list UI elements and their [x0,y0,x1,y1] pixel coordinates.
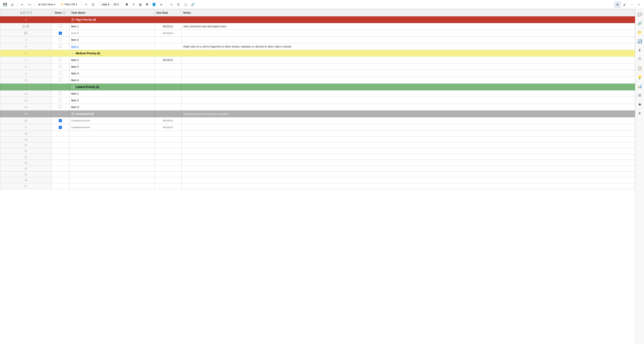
notes-cell[interactable] [182,117,635,124]
done-cell[interactable] [51,57,69,64]
collapse-icon[interactable]: − [71,52,74,55]
checkbox[interactable] [59,72,62,75]
empty-cell[interactable] [69,160,154,166]
empty-cell[interactable] [154,160,182,166]
empty-cell[interactable] [154,142,182,148]
date-cell[interactable] [154,36,182,43]
checkbox[interactable] [59,78,62,82]
empty-cell[interactable] [154,131,182,136]
date-cell[interactable]: 06/20/21 [154,30,182,36]
empty-cell[interactable] [182,172,635,178]
empty-cell[interactable] [51,183,69,189]
task-cell[interactable]: Item 3 [69,104,154,110]
sidebar-copy-icon[interactable]: 📋 [636,64,643,72]
notes-cell[interactable] [182,64,635,70]
sidebar-arrow-icon[interactable]: ➤ [636,110,643,116]
date-cell[interactable] [154,90,182,97]
task-cell[interactable]: Item 2 [69,64,154,70]
checkbox[interactable] [59,92,62,95]
align-left-icon[interactable]: ≡ [83,1,89,8]
empty-cell[interactable] [69,172,154,178]
empty-cell[interactable] [69,142,154,148]
empty-cell[interactable] [51,142,69,148]
done-cell[interactable] [51,77,69,84]
checkbox[interactable] [59,58,62,61]
notes-cell[interactable] [182,77,635,84]
checkbox[interactable]: ✓ [59,119,62,122]
empty-cell[interactable] [51,172,69,178]
task-cell[interactable]: Item 4 [69,77,154,84]
checkbox[interactable] [59,98,62,102]
empty-cell[interactable] [51,154,69,160]
task-cell[interactable]: Completed item [69,117,154,124]
save-icon[interactable]: 💾 [2,1,8,8]
date-cell[interactable] [154,64,182,70]
empty-cell[interactable] [69,148,154,154]
task-cell[interactable]: Item 2 [69,97,154,104]
empty-cell[interactable] [154,172,182,178]
bold-button[interactable]: B [124,2,130,8]
text-color-icon[interactable]: A [158,1,164,8]
text-align-icon[interactable]: ≡ [168,1,174,8]
task-cell[interactable]: Item 1 [69,90,154,97]
empty-cell[interactable] [182,154,635,160]
done-cell[interactable] [51,70,69,77]
done-cell[interactable] [51,90,69,97]
link-icon[interactable]: 🔗 [190,1,196,8]
empty-cell[interactable] [69,136,154,142]
sidebar-diamond-icon[interactable]: ◆ [636,100,643,108]
checkbox[interactable] [59,24,62,28]
redo-icon[interactable]: ↪ [26,1,32,8]
checkbox[interactable] [59,45,62,48]
empty-cell[interactable] [69,154,154,160]
empty-cell[interactable] [182,131,635,136]
align-center-icon[interactable]: ☰ [90,1,96,8]
sidebar-grid-icon[interactable]: ⊞ [636,92,643,99]
done-cell[interactable] [51,104,69,110]
checkbox[interactable]: ✓ [59,32,62,35]
notes-cell[interactable] [182,124,635,131]
task-cell[interactable]: Item 3 [69,36,154,43]
task-link[interactable]: Item 4 [71,45,79,48]
grid-view-button[interactable]: ⊞ Grid View ▾ [36,2,58,7]
date-cell[interactable] [154,77,182,84]
date-cell[interactable]: 06/19/21 [154,124,182,131]
notes-cell[interactable] [182,104,635,110]
notes-cell[interactable] [182,97,635,104]
paint-icon[interactable]: 🖌 [622,1,628,8]
empty-cell[interactable] [69,131,154,136]
empty-cell[interactable] [51,136,69,142]
notes-cell[interactable] [182,70,635,77]
date-cell[interactable]: 06/23/21 [154,23,182,30]
empty-cell[interactable] [51,131,69,136]
sidebar-refresh-icon[interactable]: 🔄 [636,38,643,45]
undo-icon[interactable]: ↩ [19,1,25,8]
empty-cell[interactable] [154,166,182,172]
table-view-icon[interactable]: ⊞ [614,1,621,8]
info-header-icon[interactable]: ℹ [31,11,32,14]
sidebar-folder-icon[interactable]: 📁 [636,29,643,36]
empty-cell[interactable] [51,160,69,166]
comment-icon[interactable]: 💬 [24,32,27,34]
task-cell[interactable]: Item 1 [69,23,154,30]
italic-button[interactable]: I [131,2,136,8]
done-cell[interactable] [51,64,69,70]
underline-button[interactable]: U [138,2,143,8]
empty-cell[interactable] [51,166,69,172]
comment-header-icon[interactable]: 💬 [23,11,26,14]
font-size-selector[interactable]: 10 ▾ [112,2,120,7]
empty-cell[interactable] [154,183,182,189]
notes-cell[interactable] [182,36,635,43]
clear-icon[interactable]: ◻ [182,1,189,8]
done-cell[interactable] [51,23,69,30]
empty-cell[interactable] [182,178,635,183]
more-button[interactable]: ··· [629,1,635,8]
done-cell[interactable]: ✓ [51,30,69,36]
task-cell[interactable]: Item 4 [69,43,154,50]
spreadsheet[interactable]: @ 💬 📎 ℹ Done i Tas [0,9,635,344]
task-cell[interactable]: Item 2 [69,30,154,36]
done-info-icon[interactable]: i [62,11,66,14]
fill-color-icon[interactable]: 🪣 [151,1,157,8]
comment-icon[interactable]: 💬 [26,25,29,28]
collapse-icon[interactable]: − [71,86,74,88]
